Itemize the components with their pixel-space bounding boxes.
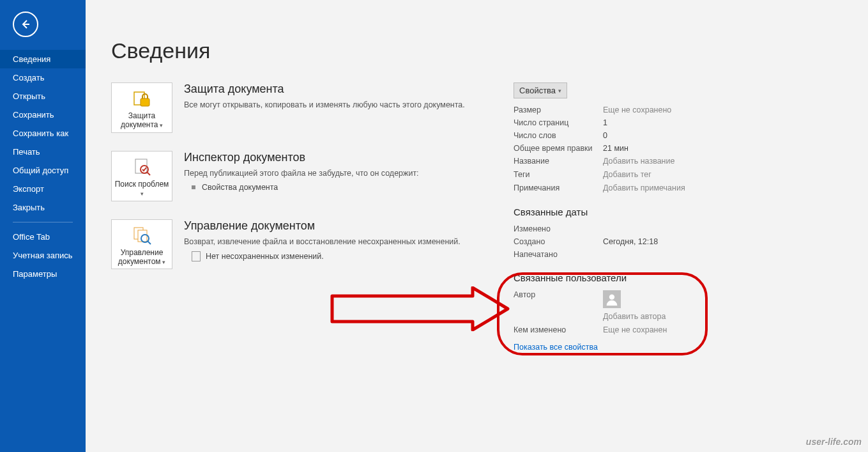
add-author[interactable]: Добавить автора bbox=[603, 312, 666, 322]
prop-author: Автор Добавить автора bbox=[514, 288, 718, 323]
author-cell: Добавить автора bbox=[603, 290, 666, 322]
avatar-icon bbox=[603, 290, 621, 308]
prop-value[interactable]: Добавить название bbox=[603, 157, 674, 166]
sidebar-item-label: Параметры bbox=[13, 269, 57, 279]
sidebar-item-office-tab[interactable]: Office Tab bbox=[0, 228, 86, 246]
main-area: Сведения Защита документа ▾ Защита докум… bbox=[86, 0, 868, 452]
prop-label: Размер bbox=[514, 105, 603, 114]
svg-line-13 bbox=[148, 241, 151, 244]
properties-panel: Свойства▾ РазмерЕще не сохранено Число с… bbox=[514, 82, 718, 352]
prop-value: Еще не сохранен bbox=[603, 325, 667, 334]
sidebar-item-print[interactable]: Печать bbox=[0, 143, 86, 161]
card-desc: Возврат, извлечение файла и восстановлен… bbox=[184, 237, 501, 248]
prop-printed: Напечатано bbox=[514, 248, 718, 261]
sidebar-item-label: Создать bbox=[13, 73, 44, 82]
sidebar-item-info[interactable]: Сведения bbox=[0, 50, 86, 68]
sidebar-item-export[interactable]: Экспорт bbox=[0, 180, 86, 198]
svg-rect-6 bbox=[141, 98, 149, 106]
manage-text: Управление документом Возврат, извлечени… bbox=[184, 219, 501, 262]
sidebar-item-label: Сохранить как bbox=[13, 129, 68, 138]
sidebar-item-open[interactable]: Открыть bbox=[0, 87, 86, 105]
prop-label: Автор bbox=[514, 290, 603, 299]
sidebar-item-label: Открыть bbox=[13, 91, 45, 101]
prop-label: Число страниц bbox=[514, 118, 603, 127]
prop-value[interactable]: Добавить примечания bbox=[603, 183, 685, 193]
card-desc: Все могут открывать, копировать и изменя… bbox=[184, 100, 501, 111]
prop-label: Общее время правки bbox=[514, 144, 603, 153]
manage-section: Управление документом ▾ Управление докум… bbox=[111, 219, 501, 270]
svg-line-9 bbox=[147, 172, 150, 175]
related-people-header: Связанные пользователи bbox=[514, 272, 718, 283]
card-title: Инспектор документов bbox=[184, 151, 501, 164]
prop-value: 0 bbox=[603, 131, 607, 140]
note-row: Нет несохраненных изменений. bbox=[184, 251, 501, 261]
related-dates-header: Связанные даты bbox=[514, 207, 718, 217]
sidebar-item-options[interactable]: Параметры bbox=[0, 265, 86, 283]
prop-label: Изменено bbox=[514, 224, 603, 233]
card-title: Защита документа bbox=[184, 82, 501, 96]
prop-modified: Изменено bbox=[514, 222, 718, 235]
back-button[interactable] bbox=[13, 12, 38, 37]
prop-value[interactable]: Добавить тег bbox=[603, 170, 651, 180]
prop-size: РазмерЕще не сохранено bbox=[514, 104, 718, 116]
prop-label: Напечатано bbox=[514, 250, 603, 259]
show-all-properties-link[interactable]: Показать все свойства bbox=[514, 343, 598, 352]
note-text: Нет несохраненных изменений. bbox=[206, 252, 324, 261]
prop-value: 1 bbox=[603, 118, 607, 127]
bullet-text: Свойства документа bbox=[202, 183, 278, 192]
left-column: Защита документа ▾ Защита документа Все … bbox=[111, 82, 501, 287]
lock-icon bbox=[132, 88, 152, 109]
prop-label: Название bbox=[514, 157, 603, 166]
sidebar-item-label: Сведения bbox=[13, 54, 50, 64]
sidebar-item-label: Учетная запись bbox=[13, 251, 73, 260]
prop-pages: Число страниц1 bbox=[514, 116, 718, 129]
prop-label: Создано bbox=[514, 237, 603, 246]
content-row: Защита документа ▾ Защита документа Все … bbox=[111, 82, 842, 352]
prop-label: Число слов bbox=[514, 131, 603, 140]
prop-value: 21 мин bbox=[603, 144, 628, 153]
sidebar-item-label: Печать bbox=[13, 147, 40, 157]
tile-label: Управление документом ▾ bbox=[114, 248, 169, 267]
watermark: user-life.com bbox=[806, 437, 862, 447]
sidebar-item-new[interactable]: Создать bbox=[0, 68, 86, 87]
document-icon bbox=[192, 251, 201, 261]
tile-label: Защита документа ▾ bbox=[114, 111, 169, 130]
properties-dropdown[interactable]: Свойства▾ bbox=[514, 82, 567, 98]
prop-title[interactable]: НазваниеДобавить название bbox=[514, 155, 718, 168]
prop-label: Теги bbox=[514, 170, 603, 180]
prop-label: Кем изменено bbox=[514, 325, 603, 334]
card-title: Управление документом bbox=[184, 219, 501, 233]
prop-comments[interactable]: ПримечанияДобавить примечания bbox=[514, 182, 718, 195]
sidebar-item-save[interactable]: Сохранить bbox=[0, 105, 86, 124]
page-title: Сведения bbox=[111, 38, 842, 63]
protect-text: Защита документа Все могут открывать, ко… bbox=[184, 82, 501, 111]
sidebar-item-share[interactable]: Общий доступ bbox=[0, 161, 86, 180]
sidebar-item-label: Закрыть bbox=[13, 203, 45, 212]
bullet-icon bbox=[192, 185, 195, 189]
sidebar-item-label: Экспорт bbox=[13, 184, 44, 194]
protect-document-tile[interactable]: Защита документа ▾ bbox=[111, 82, 172, 133]
prop-created: СозданоСегодня, 12:18 bbox=[514, 235, 718, 248]
sidebar-separator bbox=[13, 222, 73, 222]
inspect-text: Инспектор документов Перед публикацией э… bbox=[184, 151, 501, 192]
tile-label: Поиск проблем ▾ bbox=[114, 180, 169, 198]
prop-value: Еще не сохранено bbox=[603, 105, 671, 114]
manage-icon bbox=[132, 225, 152, 245]
prop-value: Сегодня, 12:18 bbox=[603, 237, 658, 246]
backstage-sidebar: Сведения Создать Открыть Сохранить Сохра… bbox=[0, 0, 86, 452]
prop-tags[interactable]: ТегиДобавить тег bbox=[514, 168, 718, 182]
check-issues-tile[interactable]: Поиск проблем ▾ bbox=[111, 151, 172, 201]
sidebar-item-label: Общий доступ bbox=[13, 166, 68, 175]
properties-label: Свойства bbox=[519, 86, 556, 95]
sidebar-item-label: Office Tab bbox=[13, 232, 50, 242]
sidebar-item-label: Сохранить bbox=[13, 110, 54, 120]
bullet-row: Свойства документа bbox=[184, 183, 501, 192]
inspect-icon bbox=[132, 157, 152, 177]
sidebar-item-close[interactable]: Закрыть bbox=[0, 198, 86, 217]
manage-document-tile[interactable]: Управление документом ▾ bbox=[111, 219, 172, 270]
sidebar-item-account[interactable]: Учетная запись bbox=[0, 246, 86, 265]
protect-section: Защита документа ▾ Защита документа Все … bbox=[111, 82, 501, 133]
sidebar-item-save-as[interactable]: Сохранить как bbox=[0, 124, 86, 143]
svg-point-14 bbox=[609, 295, 614, 300]
prop-label: Примечания bbox=[514, 183, 603, 193]
